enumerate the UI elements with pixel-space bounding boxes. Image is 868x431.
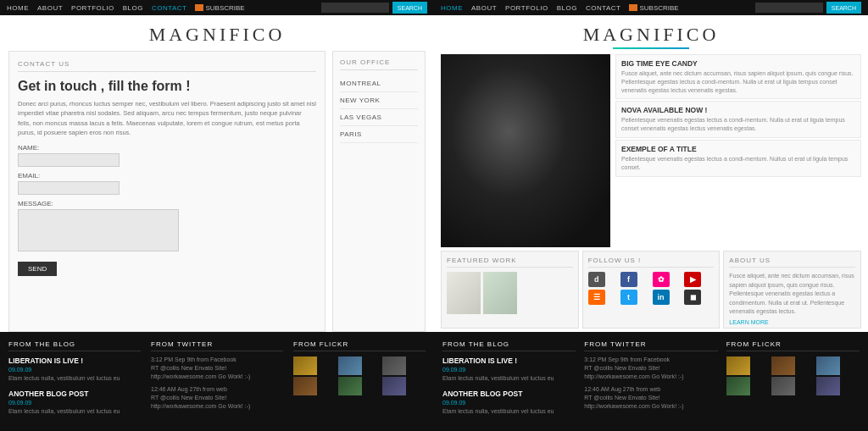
logo-text-left: MAGNIFICO xyxy=(0,24,434,46)
flickr-thumb-r5 xyxy=(771,377,795,395)
blog-post-2-date-left: 09.09.09 xyxy=(8,400,141,406)
footer-twitter-left: FROM TWITTER 3:12 PM Sep 9th from Facebo… xyxy=(151,340,283,423)
hero-image-inner xyxy=(441,54,610,247)
footer-twitter-title-right: FROM TWITTER xyxy=(584,340,717,351)
blog-post-2-title-left: ANOTHER BLOG POST xyxy=(8,390,141,398)
flickr-thumb-r1 xyxy=(726,356,750,375)
flickr-thumb-4 xyxy=(293,377,317,395)
about-us-title: ABOUT US xyxy=(729,257,855,268)
subscribe-right[interactable]: SUBSCRIBE xyxy=(629,4,678,12)
learn-more-link[interactable]: LEARN MORE xyxy=(729,319,768,325)
nav-about-right[interactable]: ABOUT xyxy=(471,4,497,12)
footer-left: FROM THE BLOG LIBERATION IS LIVE ! 09.09… xyxy=(0,332,434,431)
footer-right: FROM THE BLOG LIBERATION IS LIVE ! 09.09… xyxy=(434,332,868,431)
email-label: EMAIL: xyxy=(18,172,316,180)
blog-post-2-title-right: ANOTHER BLOG POST xyxy=(442,390,576,398)
name-label: NAME: xyxy=(18,144,316,152)
search-area-right: SEARCH xyxy=(755,2,861,14)
widget-row: FEATURED WORK FOLLOW US ! d f ✿ ▶ ☰ t in… xyxy=(441,247,861,332)
email-input[interactable] xyxy=(18,181,120,195)
featured-img-2 xyxy=(483,272,517,314)
office-newyork: NEW YORK xyxy=(340,92,418,109)
search-area-left: SEARCH xyxy=(321,2,427,14)
right-panel: HOME ABOUT PORTFOLIO BLOG CONTACT SUBSCR… xyxy=(434,0,868,431)
twitter-icon: t xyxy=(627,293,630,301)
facebook-icon: f xyxy=(627,275,630,284)
tweet-1-text-left: RT @collis New Envato Site! http://worka… xyxy=(151,364,283,381)
social-icon-youtube[interactable]: ▶ xyxy=(684,272,701,287)
nav-portfolio-left[interactable]: PORTFOLIO xyxy=(71,4,114,12)
nav-contact-right[interactable]: CONTACT xyxy=(586,4,621,12)
linkedin-icon: in xyxy=(658,293,665,301)
nav-blog-left[interactable]: BLOG xyxy=(123,4,143,12)
search-input-right[interactable] xyxy=(755,3,823,13)
left-panel: HOME ABOUT PORTFOLIO BLOG CONTACT SUBSCR… xyxy=(0,0,434,431)
contact-heading: Get in touch , fill the form ! xyxy=(18,79,316,94)
tweet-2-time-right: 12:46 AM Aug 27th from web xyxy=(584,386,717,392)
flickr-thumb-r6 xyxy=(816,377,840,395)
article-2-text: Pellentesque venenatis egestas lectus a … xyxy=(621,116,855,133)
footer-blog-title-left: FROM THE BLOG xyxy=(8,340,141,351)
flickr-thumb-5 xyxy=(338,377,362,395)
message-field-group: MESSAGE: xyxy=(18,200,316,253)
footer-flickr-title-right: FROM FLICKR xyxy=(726,340,860,351)
social-icon-facebook[interactable]: f xyxy=(620,272,637,287)
nav-contact-left[interactable]: CONTACT xyxy=(152,4,187,12)
blog-post-2-text-left: Etam lectus nulla, vestibulum vel luctus… xyxy=(8,407,141,416)
social-icon-rss[interactable]: ☰ xyxy=(588,290,605,305)
search-button-left[interactable]: SEARCH xyxy=(392,2,427,14)
tweet-1-time-left: 3:12 PM Sep 9th from Facebook xyxy=(151,356,283,362)
article-1-title: BIG TIME EYE CANDY xyxy=(621,59,855,68)
main-content-right: BIG TIME EYE CANDY Fusce aliquet, ante n… xyxy=(434,54,868,332)
blog-post-1-date-right: 09.09.09 xyxy=(442,367,576,373)
tweet-2-text-right: RT @collis New Envato Site! http://worka… xyxy=(584,394,717,411)
name-field-group: NAME: xyxy=(18,144,316,167)
search-input-left[interactable] xyxy=(321,3,389,13)
social-icons-grid: d f ✿ ▶ ☰ t in ◼ xyxy=(588,272,715,305)
blog-post-1-title-left: LIBERATION IS LIVE ! xyxy=(8,356,141,365)
office-paris: PARIS xyxy=(340,126,418,143)
main-content-left: CONTACT US Get in touch , fill the form … xyxy=(0,51,434,332)
flickr-thumb-2 xyxy=(338,356,362,375)
about-us-text: Fusce aliquet, ante nec dictum accumsan,… xyxy=(729,272,855,317)
logo-right: MAGNIFICO xyxy=(434,15,868,54)
blog-post-2-date-right: 09.09.09 xyxy=(442,400,576,406)
blog-post-1-date-left: 09.09.09 xyxy=(8,367,141,373)
nav-home-right[interactable]: HOME xyxy=(441,4,463,12)
contact-box: CONTACT US Get in touch , fill the form … xyxy=(8,51,326,332)
subscribe-left[interactable]: SUBSCRIBE xyxy=(195,4,244,12)
delicious-icon: ◼ xyxy=(690,293,696,301)
contact-section-title: CONTACT US xyxy=(18,60,316,72)
footer-twitter-title-left: FROM TWITTER xyxy=(151,340,283,351)
article-1-text: Fusce aliquet, ante nec dictum accumsan,… xyxy=(621,69,855,94)
article-1: BIG TIME EYE CANDY Fusce aliquet, ante n… xyxy=(615,54,861,99)
send-button[interactable]: SEND xyxy=(18,262,57,276)
nav-portfolio-right[interactable]: PORTFOLIO xyxy=(505,4,548,12)
logo-left: MAGNIFICO xyxy=(0,15,434,51)
name-input[interactable] xyxy=(18,153,120,167)
footer-blog-left: FROM THE BLOG LIBERATION IS LIVE ! 09.09… xyxy=(8,340,141,423)
social-icon-flickr[interactable]: ✿ xyxy=(653,272,670,287)
social-icon-delicious[interactable]: ◼ xyxy=(684,290,701,305)
office-title: OUR OFFICE xyxy=(340,58,418,70)
follow-us-title: FOLLOW US ! xyxy=(588,257,715,268)
flickr-grid-left xyxy=(293,356,426,395)
message-input[interactable] xyxy=(18,209,179,251)
social-icon-twitter[interactable]: t xyxy=(620,290,637,305)
social-icon-linkedin[interactable]: in xyxy=(653,290,670,305)
featured-work-title: FEATURED WORK xyxy=(447,257,573,268)
nav-about-left[interactable]: ABOUT xyxy=(37,4,63,12)
hero-articles: BIG TIME EYE CANDY Fusce aliquet, ante n… xyxy=(615,54,861,247)
blog-post-1-text-right: Etam lectus nulla, vestibulum vel luctus… xyxy=(442,374,576,383)
article-3-title: EXEMPLE OF A TITLE xyxy=(621,145,855,153)
featured-work-images xyxy=(447,272,573,314)
hero-row: BIG TIME EYE CANDY Fusce aliquet, ante n… xyxy=(441,54,861,247)
flickr-grid-right xyxy=(726,356,860,395)
message-label: MESSAGE: xyxy=(18,200,316,207)
nav-home-left[interactable]: HOME xyxy=(7,4,29,12)
footer-blog-title-right: FROM THE BLOG xyxy=(442,340,576,351)
nav-blog-right[interactable]: BLOG xyxy=(557,4,577,12)
search-button-right[interactable]: SEARCH xyxy=(826,2,861,14)
social-icon-digg[interactable]: d xyxy=(588,272,605,287)
article-2-title: NOVA AVAILABLE NOW ! xyxy=(621,106,855,114)
